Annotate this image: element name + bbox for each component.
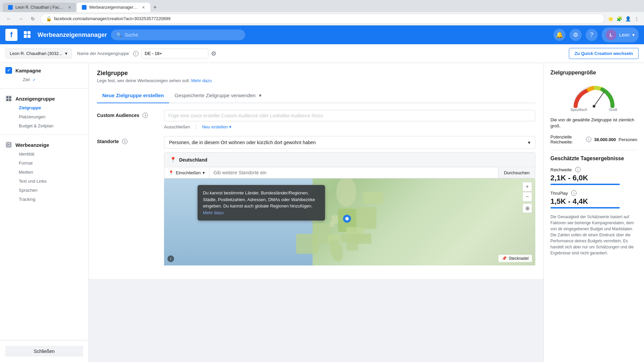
svg-rect-8 (7, 143, 11, 147)
potenzielle-value: 38.000.000 (594, 137, 616, 142)
location-type-dropdown[interactable]: Personen, die in diesem Ort wohnen oder … (164, 136, 535, 149)
custom-audiences-input[interactable] (164, 110, 535, 121)
tab1-favicon (8, 5, 13, 10)
account-select[interactable]: Leon R. Chaudhari (3032... ▾ (5, 49, 72, 58)
extension-icon[interactable]: 🧩 (616, 15, 623, 22)
svg-rect-24 (346, 240, 358, 250)
ad-group-info-icon[interactable]: i (133, 51, 139, 56)
settings-topbar-icon[interactable]: ⚙ (570, 29, 582, 41)
zoom-icon[interactable]: ⭐ (607, 15, 614, 22)
new-tab-button[interactable]: + (150, 3, 160, 12)
map-location-icon[interactable]: ⊕ (523, 203, 532, 213)
browser-tab-1[interactable]: Leon R. Chaudhari | Facebook ✕ (3, 3, 76, 12)
sidebar-item-tracking[interactable]: Tracking (5, 195, 83, 204)
country-label: Deutschland (179, 157, 207, 163)
menu-icon[interactable]: ⋮ (633, 15, 640, 22)
include-select[interactable]: 📍 Einschließen ▾ (164, 168, 209, 178)
potenzielle-row: Potenzielle Reichweite: i 38.000.000 Per… (550, 134, 637, 144)
thruplay-value: 1,5K - 4,4K (550, 197, 637, 206)
standorte-info-icon[interactable]: i (122, 139, 127, 144)
stecknadel-label: 📌 Stecknadel (498, 255, 532, 262)
reichweite-value: 2,1K - 6,0K (550, 174, 637, 182)
search-bar[interactable]: 🔍 (111, 29, 245, 40)
svg-rect-25 (330, 222, 335, 227)
custom-audiences-row: Custom Audiences i Ausschließen | Neu er… (97, 110, 535, 129)
ziel-check-icon: ✓ (33, 77, 36, 82)
sidebar-item-identitaet[interactable]: Identität (5, 149, 83, 159)
panel-description: Die von dir gewählte Zielgruppe ist ziem… (550, 117, 637, 129)
notifications-icon[interactable]: 🔔 (553, 29, 566, 41)
gauge: Spezifisch Groß (571, 81, 618, 112)
tooltip-box: Du kannst bestimmte Länder, Bundesländer… (198, 185, 325, 221)
tab2-favicon (82, 5, 87, 10)
ad-group-settings-icon[interactable]: ⚙ (211, 50, 216, 57)
sidebar-item-sprachen[interactable]: Sprachen (5, 186, 83, 195)
gauge-label-left: Spezifisch (571, 108, 587, 112)
sidebar-item-text-links[interactable]: Text und Links (5, 177, 83, 186)
ad-group-label: Name der Anzeigengruppe (77, 51, 129, 56)
sidebar-item-budget-zeitplan[interactable]: Budget & Zeitplan (5, 121, 83, 130)
profile-icon[interactable]: 👤 (625, 15, 631, 22)
sidebar-item-medien[interactable]: Medien (5, 168, 83, 177)
location-search-row: 📍 Einschließen ▾ Durchsuchen (164, 167, 535, 178)
right-panel: Zielgruppengröße (543, 63, 644, 362)
help-icon[interactable]: ? (586, 29, 598, 41)
refresh-button[interactable]: ↻ (28, 14, 38, 23)
ad-group-input[interactable] (141, 49, 208, 58)
quick-creation-button[interactable]: Zu Quick Creation wechseln (569, 48, 639, 59)
map-zoom-in[interactable]: + (523, 182, 532, 191)
address-bar[interactable]: 🔒 facebook.com/adsmanager/creation?act=3… (40, 14, 604, 24)
tab-neue-zielgruppe[interactable]: Neue Zielgruppe erstellen (97, 88, 169, 103)
close-button[interactable]: Schließen (5, 346, 83, 357)
tab-arrow-icon: ▾ (259, 93, 262, 98)
ausschliessen-link[interactable]: Ausschließen (164, 124, 190, 129)
content-area: Zielgruppe Lege fest, wer deine Werbeanz… (89, 63, 644, 362)
tab1-close[interactable]: ✕ (68, 5, 71, 10)
svg-rect-22 (363, 192, 383, 204)
sidebar-item-format[interactable]: Format (5, 159, 83, 168)
section-header: Zielgruppe Lege fest, wer deine Werbeanz… (97, 70, 535, 83)
browser-tab-2[interactable]: Werbeanzeigenmanager - Cr... ✕ (76, 3, 150, 12)
account-name: Leon R. Chaudhari (3032... (10, 51, 62, 56)
thruplay-info-icon[interactable]: i (571, 190, 577, 196)
durchsuchen-button[interactable]: Durchsuchen (498, 168, 535, 178)
location-pin-icon: 📍 (170, 157, 176, 163)
reichweite-info-icon[interactable]: i (575, 167, 581, 172)
location-search-input[interactable] (209, 167, 498, 178)
avatar: L (606, 29, 616, 40)
forward-button[interactable]: → (16, 14, 25, 23)
back-button[interactable]: ← (4, 14, 13, 23)
kampagne-checkbox-icon: ✓ (5, 67, 12, 74)
sidebar-divider-1 (0, 88, 89, 88)
tooltip-mehr-dazu-link[interactable]: Mehr dazu (203, 210, 223, 215)
svg-point-29 (593, 105, 595, 108)
user-dropdown-icon: ▾ (632, 32, 635, 38)
standorte-label: Standorte i (97, 136, 157, 144)
audience-actions: Ausschließen | Neu erstellen ▾ (164, 124, 535, 129)
tab-gespeicherte-zielgruppe[interactable]: Gespeicherte Zielgruppe verwenden ▾ (169, 88, 267, 103)
user-menu[interactable]: L Leon ▾ (602, 27, 639, 42)
custom-audiences-info-icon[interactable]: i (143, 113, 148, 118)
include-dropdown-icon: ▾ (203, 170, 205, 175)
sidebar-item-zielgruppe[interactable]: Zielgruppe (5, 103, 83, 112)
neu-erstellen-link[interactable]: Neu erstellen ▾ (202, 124, 232, 129)
kampagne-section: ✓ Kampagne Ziel ✓ (0, 63, 89, 85)
tab2-close[interactable]: ✕ (142, 5, 145, 10)
svg-point-27 (345, 217, 349, 221)
search-input[interactable] (125, 32, 240, 38)
mehr-dazu-link[interactable]: Mehr dazu (191, 78, 212, 83)
map-zoom-out[interactable]: − (523, 192, 532, 201)
grid-icon[interactable] (21, 29, 34, 41)
potenzielle-info-icon[interactable]: i (586, 137, 591, 142)
facebook-topbar: f Werbeanzeigenmanager 🔍 🔔 ⚙ ? L Leon ▾ (0, 25, 644, 44)
geschaetzte-title: Geschätzte Tagesergebnisse (550, 156, 637, 162)
sidebar-item-platzierungen[interactable]: Platzierungen (5, 112, 83, 121)
browser-tabs: Leon R. Chaudhari | Facebook ✕ Werbeanze… (0, 0, 644, 12)
sidebar-item-ziel[interactable]: Ziel ✓ (5, 75, 83, 84)
user-name: Leon (619, 32, 630, 38)
gauge-label-right: Groß (609, 108, 617, 112)
map-controls: + − ⊕ (523, 182, 532, 213)
ad-group-section: Name der Anzeigengruppe i ⚙ (77, 49, 564, 58)
map-info-button[interactable]: i (167, 255, 174, 262)
werbeanzeige-icon (5, 141, 12, 148)
